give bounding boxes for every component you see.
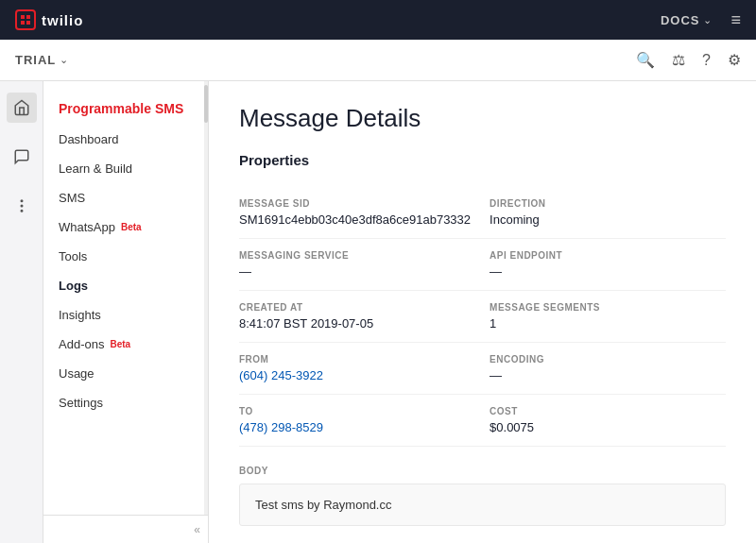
docs-button[interactable]: DOCS ⌄ <box>661 13 713 27</box>
prop-from-value[interactable]: (604) 245-3922 <box>239 368 471 382</box>
settings-icon[interactable]: ⚙ <box>728 51 741 69</box>
sidebar-icon-home[interactable] <box>7 93 37 123</box>
top-nav: twilio DOCS ⌄ ≡ <box>0 0 756 40</box>
prop-created-at: CREATED AT 8:41:07 BST 2019-07-05 <box>239 291 490 343</box>
prop-to-value[interactable]: (478) 298-8529 <box>239 420 471 434</box>
nav-scrollbar <box>204 81 208 543</box>
left-nav-scroll: Programmable SMS Dashboard Learn & Build… <box>43 81 208 425</box>
svg-rect-2 <box>21 21 25 25</box>
prop-messaging-service-label: MESSAGING SERVICE <box>239 250 471 261</box>
svg-rect-3 <box>26 21 30 25</box>
prop-direction: DIRECTION Incoming <box>490 187 726 239</box>
main-layout: Programmable SMS Dashboard Learn & Build… <box>0 81 756 543</box>
sidebar-icon-messages[interactable] <box>7 142 37 172</box>
sidebar-item-learn-build[interactable]: Learn & Build <box>43 154 208 183</box>
body-label: BODY <box>239 466 726 476</box>
prop-direction-label: DIRECTION <box>490 198 707 209</box>
whatsapp-beta-tag: Beta <box>121 222 142 232</box>
prop-to-label: TO <box>239 406 471 416</box>
search-icon[interactable]: 🔍 <box>636 51 655 69</box>
secondary-nav: TRIAL ⌄ 🔍 ⚖ ? ⚙ <box>0 40 756 81</box>
prop-from-label: FROM <box>239 354 471 365</box>
top-nav-left: twilio <box>15 9 83 30</box>
properties-grid: MESSAGE SID SM1691c4ebb03c40e3df8a6ce91a… <box>239 187 726 447</box>
prop-message-sid: MESSAGE SID SM1691c4ebb03c40e3df8a6ce91a… <box>239 187 490 239</box>
docs-chevron-icon: ⌄ <box>703 14 712 26</box>
prop-cost: COST $0.0075 <box>490 395 726 447</box>
top-nav-right: DOCS ⌄ ≡ <box>661 10 741 30</box>
svg-rect-0 <box>21 15 25 19</box>
trial-chevron-icon: ⌄ <box>60 54 68 66</box>
prop-created-at-value: 8:41:07 BST 2019-07-05 <box>239 316 471 331</box>
prop-to: TO (478) 298-8529 <box>239 395 490 447</box>
prop-messaging-service: MESSAGING SERVICE — <box>239 239 490 291</box>
collapse-button[interactable]: « <box>194 523 200 536</box>
prop-api-endpoint: API ENDPOINT — <box>490 239 726 291</box>
secondary-nav-icons: 🔍 ⚖ ? ⚙ <box>636 51 741 69</box>
content-area: Message Details Properties MESSAGE SID S… <box>209 81 756 543</box>
sidebar-item-logs[interactable]: Logs <box>43 271 208 300</box>
left-nav: Programmable SMS Dashboard Learn & Build… <box>43 81 209 543</box>
sidebar-item-settings[interactable]: Settings <box>43 388 208 417</box>
logo-icon <box>15 9 36 30</box>
prop-messaging-service-value: — <box>239 264 471 279</box>
prop-api-endpoint-label: API ENDPOINT <box>490 250 707 261</box>
prop-cost-label: COST <box>490 406 707 416</box>
sidebar-icon-more[interactable] <box>7 191 37 221</box>
prop-cost-value: $0.0075 <box>490 420 707 434</box>
prop-from: FROM (604) 245-3922 <box>239 343 490 395</box>
body-section: BODY Test sms by Raymond.cc <box>239 466 726 526</box>
prop-message-segments-label: MESSAGE SEGMENTS <box>490 302 707 313</box>
icon-sidebar <box>0 81 43 543</box>
sidebar-item-dashboard[interactable]: Dashboard <box>43 125 208 154</box>
prop-message-sid-label: MESSAGE SID <box>239 198 471 209</box>
prop-message-sid-value: SM1691c4ebb03c40e3df8a6ce91ab73332 <box>239 212 471 227</box>
svg-point-6 <box>21 211 23 212</box>
sidebar-item-addons[interactable]: Add-ons Beta <box>43 330 208 359</box>
nav-title: Programmable SMS <box>43 89 208 125</box>
prop-direction-value: Incoming <box>490 212 707 227</box>
prop-encoding-label: ENCODING <box>490 354 707 365</box>
sidebar-item-sms[interactable]: SMS <box>43 183 208 212</box>
nav-scrollbar-thumb <box>204 85 208 123</box>
top-nav-menu-icon[interactable]: ≡ <box>730 10 741 30</box>
svg-point-4 <box>21 205 23 207</box>
prop-message-segments: MESSAGE SEGMENTS 1 <box>490 291 726 343</box>
filter-icon[interactable]: ⚖ <box>672 51 685 69</box>
sidebar-item-tools[interactable]: Tools <box>43 242 208 271</box>
section-title: Properties <box>239 152 726 168</box>
prop-api-endpoint-value: — <box>490 264 707 279</box>
trial-button[interactable]: TRIAL ⌄ <box>15 53 68 67</box>
help-icon[interactable]: ? <box>702 52 711 69</box>
prop-encoding: ENCODING — <box>490 343 726 395</box>
prop-created-at-label: CREATED AT <box>239 302 471 313</box>
prop-encoding-value: — <box>490 368 707 382</box>
page-title: Message Details <box>239 104 726 133</box>
prop-message-segments-value: 1 <box>490 316 707 331</box>
logo-text: twilio <box>42 12 83 28</box>
twilio-logo[interactable]: twilio <box>15 9 83 30</box>
sidebar-item-insights[interactable]: Insights <box>43 300 208 330</box>
svg-rect-1 <box>26 15 30 19</box>
nav-bottom: « <box>43 515 208 543</box>
addons-beta-tag: Beta <box>110 339 130 349</box>
sidebar-item-whatsapp[interactable]: WhatsApp Beta <box>43 212 208 242</box>
svg-point-5 <box>21 200 23 202</box>
sidebar-item-usage[interactable]: Usage <box>43 359 208 388</box>
body-content: Test sms by Raymond.cc <box>239 484 726 526</box>
